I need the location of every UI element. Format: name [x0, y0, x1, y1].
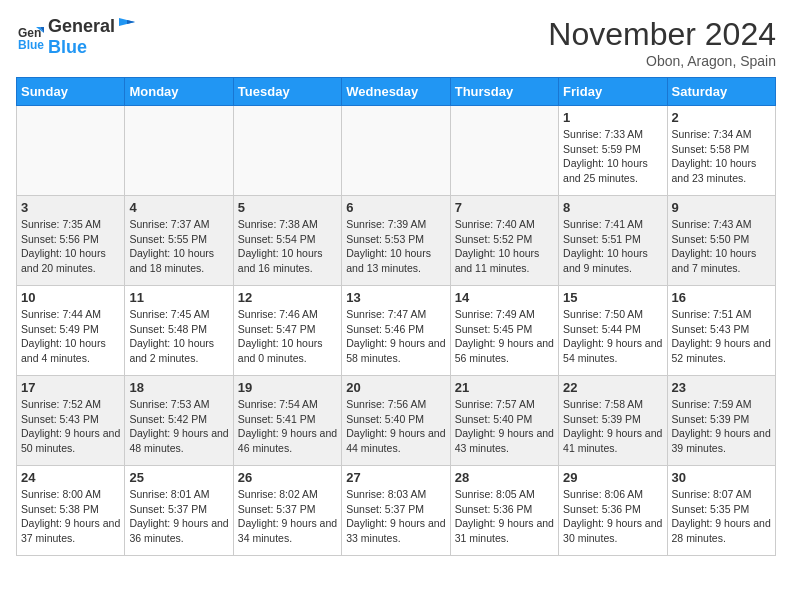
- calendar-day: 21Sunrise: 7:57 AMSunset: 5:40 PMDayligh…: [450, 376, 558, 466]
- day-number: 4: [129, 200, 228, 215]
- day-info: Sunrise: 7:34 AMSunset: 5:58 PMDaylight:…: [672, 127, 771, 186]
- logo-general: General: [48, 16, 115, 37]
- day-number: 16: [672, 290, 771, 305]
- day-info: Sunrise: 8:07 AMSunset: 5:35 PMDaylight:…: [672, 487, 771, 546]
- calendar-day: 1Sunrise: 7:33 AMSunset: 5:59 PMDaylight…: [559, 106, 667, 196]
- day-info: Sunrise: 7:50 AMSunset: 5:44 PMDaylight:…: [563, 307, 662, 366]
- day-number: 2: [672, 110, 771, 125]
- calendar-day: 26Sunrise: 8:02 AMSunset: 5:37 PMDayligh…: [233, 466, 341, 556]
- calendar-day: 16Sunrise: 7:51 AMSunset: 5:43 PMDayligh…: [667, 286, 775, 376]
- day-number: 3: [21, 200, 120, 215]
- day-number: 13: [346, 290, 445, 305]
- day-info: Sunrise: 7:46 AMSunset: 5:47 PMDaylight:…: [238, 307, 337, 366]
- day-number: 29: [563, 470, 662, 485]
- day-info: Sunrise: 7:52 AMSunset: 5:43 PMDaylight:…: [21, 397, 120, 456]
- day-number: 6: [346, 200, 445, 215]
- calendar-day: [342, 106, 450, 196]
- day-info: Sunrise: 8:00 AMSunset: 5:38 PMDaylight:…: [21, 487, 120, 546]
- calendar-day: 9Sunrise: 7:43 AMSunset: 5:50 PMDaylight…: [667, 196, 775, 286]
- calendar-day: [17, 106, 125, 196]
- calendar-week-3: 10Sunrise: 7:44 AMSunset: 5:49 PMDayligh…: [17, 286, 776, 376]
- svg-text:Blue: Blue: [18, 38, 44, 51]
- calendar-day: 2Sunrise: 7:34 AMSunset: 5:58 PMDaylight…: [667, 106, 775, 196]
- weekday-header-saturday: Saturday: [667, 78, 775, 106]
- calendar-day: 10Sunrise: 7:44 AMSunset: 5:49 PMDayligh…: [17, 286, 125, 376]
- weekday-header-thursday: Thursday: [450, 78, 558, 106]
- calendar-day: [450, 106, 558, 196]
- calendar-day: 27Sunrise: 8:03 AMSunset: 5:37 PMDayligh…: [342, 466, 450, 556]
- day-number: 22: [563, 380, 662, 395]
- day-info: Sunrise: 7:53 AMSunset: 5:42 PMDaylight:…: [129, 397, 228, 456]
- day-number: 28: [455, 470, 554, 485]
- day-number: 8: [563, 200, 662, 215]
- title-block: November 2024 Obon, Aragon, Spain: [548, 16, 776, 69]
- day-info: Sunrise: 7:47 AMSunset: 5:46 PMDaylight:…: [346, 307, 445, 366]
- calendar-header-row: SundayMondayTuesdayWednesdayThursdayFrid…: [17, 78, 776, 106]
- day-info: Sunrise: 7:37 AMSunset: 5:55 PMDaylight:…: [129, 217, 228, 276]
- calendar-day: 20Sunrise: 7:56 AMSunset: 5:40 PMDayligh…: [342, 376, 450, 466]
- logo-blue: Blue: [48, 37, 135, 58]
- day-info: Sunrise: 7:56 AMSunset: 5:40 PMDaylight:…: [346, 397, 445, 456]
- calendar-day: 25Sunrise: 8:01 AMSunset: 5:37 PMDayligh…: [125, 466, 233, 556]
- calendar-day: 11Sunrise: 7:45 AMSunset: 5:48 PMDayligh…: [125, 286, 233, 376]
- day-number: 17: [21, 380, 120, 395]
- day-info: Sunrise: 7:45 AMSunset: 5:48 PMDaylight:…: [129, 307, 228, 366]
- calendar-day: 7Sunrise: 7:40 AMSunset: 5:52 PMDaylight…: [450, 196, 558, 286]
- day-number: 15: [563, 290, 662, 305]
- day-info: Sunrise: 7:40 AMSunset: 5:52 PMDaylight:…: [455, 217, 554, 276]
- day-number: 7: [455, 200, 554, 215]
- day-info: Sunrise: 7:57 AMSunset: 5:40 PMDaylight:…: [455, 397, 554, 456]
- location: Obon, Aragon, Spain: [548, 53, 776, 69]
- calendar-day: [125, 106, 233, 196]
- day-info: Sunrise: 8:05 AMSunset: 5:36 PMDaylight:…: [455, 487, 554, 546]
- day-number: 19: [238, 380, 337, 395]
- day-info: Sunrise: 7:54 AMSunset: 5:41 PMDaylight:…: [238, 397, 337, 456]
- day-info: Sunrise: 7:38 AMSunset: 5:54 PMDaylight:…: [238, 217, 337, 276]
- calendar-day: 14Sunrise: 7:49 AMSunset: 5:45 PMDayligh…: [450, 286, 558, 376]
- day-number: 20: [346, 380, 445, 395]
- day-info: Sunrise: 7:44 AMSunset: 5:49 PMDaylight:…: [21, 307, 120, 366]
- day-number: 18: [129, 380, 228, 395]
- calendar-day: 22Sunrise: 7:58 AMSunset: 5:39 PMDayligh…: [559, 376, 667, 466]
- day-number: 14: [455, 290, 554, 305]
- day-info: Sunrise: 7:51 AMSunset: 5:43 PMDaylight:…: [672, 307, 771, 366]
- calendar-day: 30Sunrise: 8:07 AMSunset: 5:35 PMDayligh…: [667, 466, 775, 556]
- calendar-day: 19Sunrise: 7:54 AMSunset: 5:41 PMDayligh…: [233, 376, 341, 466]
- day-info: Sunrise: 8:01 AMSunset: 5:37 PMDaylight:…: [129, 487, 228, 546]
- day-info: Sunrise: 8:06 AMSunset: 5:36 PMDaylight:…: [563, 487, 662, 546]
- weekday-header-wednesday: Wednesday: [342, 78, 450, 106]
- weekday-header-tuesday: Tuesday: [233, 78, 341, 106]
- calendar-week-2: 3Sunrise: 7:35 AMSunset: 5:56 PMDaylight…: [17, 196, 776, 286]
- calendar-week-5: 24Sunrise: 8:00 AMSunset: 5:38 PMDayligh…: [17, 466, 776, 556]
- day-number: 11: [129, 290, 228, 305]
- calendar-day: 4Sunrise: 7:37 AMSunset: 5:55 PMDaylight…: [125, 196, 233, 286]
- day-info: Sunrise: 7:35 AMSunset: 5:56 PMDaylight:…: [21, 217, 120, 276]
- weekday-header-sunday: Sunday: [17, 78, 125, 106]
- day-info: Sunrise: 7:49 AMSunset: 5:45 PMDaylight:…: [455, 307, 554, 366]
- calendar-day: 18Sunrise: 7:53 AMSunset: 5:42 PMDayligh…: [125, 376, 233, 466]
- calendar-day: 23Sunrise: 7:59 AMSunset: 5:39 PMDayligh…: [667, 376, 775, 466]
- calendar-day: 15Sunrise: 7:50 AMSunset: 5:44 PMDayligh…: [559, 286, 667, 376]
- day-number: 21: [455, 380, 554, 395]
- calendar-week-4: 17Sunrise: 7:52 AMSunset: 5:43 PMDayligh…: [17, 376, 776, 466]
- day-info: Sunrise: 7:39 AMSunset: 5:53 PMDaylight:…: [346, 217, 445, 276]
- day-number: 1: [563, 110, 662, 125]
- weekday-header-friday: Friday: [559, 78, 667, 106]
- day-info: Sunrise: 7:41 AMSunset: 5:51 PMDaylight:…: [563, 217, 662, 276]
- calendar-day: 8Sunrise: 7:41 AMSunset: 5:51 PMDaylight…: [559, 196, 667, 286]
- day-number: 27: [346, 470, 445, 485]
- day-info: Sunrise: 7:59 AMSunset: 5:39 PMDaylight:…: [672, 397, 771, 456]
- calendar: SundayMondayTuesdayWednesdayThursdayFrid…: [16, 77, 776, 556]
- day-info: Sunrise: 7:58 AMSunset: 5:39 PMDaylight:…: [563, 397, 662, 456]
- calendar-day: 3Sunrise: 7:35 AMSunset: 5:56 PMDaylight…: [17, 196, 125, 286]
- logo: Gen Blue General Blue: [16, 16, 135, 58]
- day-number: 30: [672, 470, 771, 485]
- day-number: 9: [672, 200, 771, 215]
- page-header: Gen Blue General Blue November 2024 Obon…: [16, 16, 776, 69]
- day-number: 25: [129, 470, 228, 485]
- calendar-day: 24Sunrise: 8:00 AMSunset: 5:38 PMDayligh…: [17, 466, 125, 556]
- calendar-week-1: 1Sunrise: 7:33 AMSunset: 5:59 PMDaylight…: [17, 106, 776, 196]
- calendar-day: 29Sunrise: 8:06 AMSunset: 5:36 PMDayligh…: [559, 466, 667, 556]
- day-info: Sunrise: 7:43 AMSunset: 5:50 PMDaylight:…: [672, 217, 771, 276]
- logo-flag: [117, 16, 135, 32]
